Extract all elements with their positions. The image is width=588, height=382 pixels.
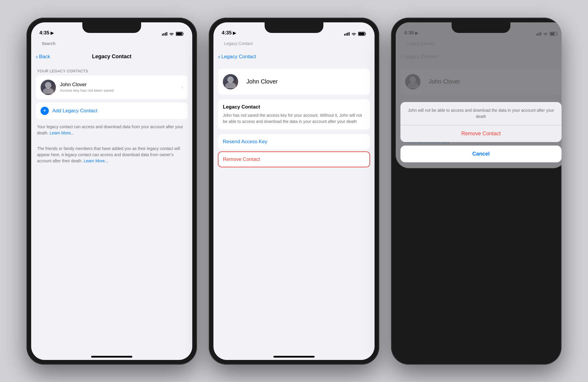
svg-point-11 xyxy=(353,35,354,36)
home-bar-1 xyxy=(91,356,132,358)
svg-rect-7 xyxy=(344,34,345,36)
info-card-text-2: John has not saved the access key for yo… xyxy=(223,112,365,125)
contact-sub-1: Access key has not been saved xyxy=(60,88,181,93)
action-sheet-3: John will not be able to access and down… xyxy=(396,102,562,168)
svg-rect-13 xyxy=(359,32,365,35)
info-card-2: Legacy Contact John has not saved the ac… xyxy=(218,99,370,129)
phone-2: 4:35 ▶ Legacy Contact ‹ Legacy Contact xyxy=(209,18,379,365)
svg-rect-2 xyxy=(165,33,166,36)
back-nav-1: Search xyxy=(31,38,192,49)
wifi-icon-2 xyxy=(351,32,356,36)
phone-3: 4:36 ▶ Legacy Contact ‹ Legacy Contact xyxy=(391,18,562,365)
nav-bar-2: ‹ Legacy Contact xyxy=(213,49,375,64)
svg-rect-6 xyxy=(176,32,182,35)
status-time-1: 4:35 ▶ xyxy=(39,30,54,36)
home-indicator-1 xyxy=(31,351,192,360)
notch xyxy=(82,22,141,33)
back-chevron-1: ‹ xyxy=(36,53,38,60)
back-nav-2: Legacy Contact xyxy=(213,38,375,49)
chevron-right-1: › xyxy=(181,85,183,90)
action-sheet-message: John will not be able to access and down… xyxy=(400,102,562,125)
contact-card-2: John Clover xyxy=(218,69,370,95)
nav-bar-1: ‹ Back Legacy Contact xyxy=(31,49,192,64)
signal-icon xyxy=(162,32,167,36)
resend-label-2: Resend Access Key xyxy=(223,139,267,144)
phone-1: 4:35 ▶ Search ‹ Back Legacy Contact YOUR… xyxy=(26,18,197,365)
avatar-1 xyxy=(41,80,56,95)
info-text-2: The friends or family members that have … xyxy=(31,141,192,169)
back-label-1: Back xyxy=(39,54,50,60)
battery-icon xyxy=(176,32,184,36)
resend-access-key-button[interactable]: Resend Access Key xyxy=(218,134,370,149)
learn-more-link-2[interactable]: Learn More... xyxy=(84,159,108,163)
avatar-img-2 xyxy=(223,74,238,89)
section-label-1: YOUR LEGACY CONTACTS xyxy=(31,64,192,76)
svg-rect-3 xyxy=(166,32,167,36)
contact-info-1: John Clover Access key has not been save… xyxy=(60,82,181,93)
action-sheet-remove-button[interactable]: Remove Contact xyxy=(400,125,562,142)
home-indicator-2 xyxy=(213,351,375,360)
avatar-2 xyxy=(223,74,238,89)
contact-list-item[interactable]: John Clover Access key has not been save… xyxy=(36,76,188,99)
svg-point-4 xyxy=(171,35,172,36)
status-icons-2 xyxy=(344,32,366,36)
signal-icon-2 xyxy=(344,32,350,36)
remove-contact-button[interactable]: Remove Contact xyxy=(218,152,370,167)
page-title-1: Legacy Contact xyxy=(92,54,131,60)
back-button-2[interactable]: ‹ Legacy Contact xyxy=(218,53,256,60)
contact-name-2: John Clover xyxy=(246,78,278,85)
home-bar-2 xyxy=(273,356,315,358)
notch-3 xyxy=(452,22,510,33)
back-chevron-2: ‹ xyxy=(218,53,220,60)
info-text-1: Your legacy contact can access and downl… xyxy=(31,119,192,141)
contact-row[interactable]: John Clover Access key has not been save… xyxy=(36,76,188,99)
search-label-2: Legacy Contact xyxy=(224,41,253,46)
screen-content-1: YOUR LEGACY CONTACTS John Clover Access … xyxy=(31,64,192,351)
back-label-2: Legacy Contact xyxy=(221,54,256,60)
status-time-2: 4:35 ▶ xyxy=(222,30,236,36)
contact-name-1: John Clover xyxy=(60,82,181,88)
svg-rect-8 xyxy=(346,33,347,36)
svg-rect-1 xyxy=(163,33,164,36)
svg-rect-9 xyxy=(347,33,348,36)
notch-2 xyxy=(265,22,323,33)
add-legacy-contact-button[interactable]: + Add Legacy Contact xyxy=(36,103,188,119)
svg-rect-10 xyxy=(349,32,350,36)
add-label: Add Legacy Contact xyxy=(52,108,97,114)
battery-icon-2 xyxy=(358,32,366,36)
info-card-title-2: Legacy Contact xyxy=(223,104,365,110)
wifi-icon xyxy=(169,32,174,36)
action-sheet-main: John will not be able to access and down… xyxy=(400,102,562,142)
svg-rect-0 xyxy=(162,34,163,36)
avatar-img-1 xyxy=(41,80,56,95)
status-icons-1 xyxy=(162,32,184,36)
remove-label-2: Remove Contact xyxy=(223,156,260,162)
add-icon: + xyxy=(41,107,49,115)
back-button-1[interactable]: ‹ Back xyxy=(36,53,50,60)
screen-content-2: John Clover Legacy Contact John has not … xyxy=(213,64,375,351)
learn-more-link-1[interactable]: Learn More... xyxy=(50,131,74,135)
action-sheet-cancel-button[interactable]: Cancel xyxy=(400,146,562,162)
search-label-1: Search xyxy=(42,41,56,46)
